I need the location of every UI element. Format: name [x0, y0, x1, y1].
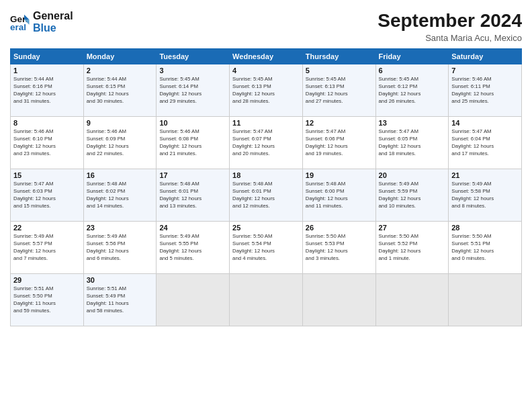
header-saturday: Saturday [449, 49, 522, 64]
day-number: 2 [87, 66, 154, 75]
day-info: Sunrise: 5:48 AMSunset: 6:01 PMDaylight:… [232, 181, 300, 210]
day-number: 8 [13, 119, 81, 127]
day-number: 22 [13, 224, 81, 232]
day-info: Sunrise: 5:44 AMSunset: 6:16 PMDaylight:… [13, 76, 81, 105]
table-row [230, 274, 303, 326]
header-tuesday: Tuesday [157, 49, 230, 64]
day-number: 21 [451, 171, 519, 179]
table-row: 10Sunrise: 5:46 AMSunset: 6:08 PMDayligh… [157, 117, 230, 169]
calendar-week-row: 22Sunrise: 5:49 AMSunset: 5:57 PMDayligh… [11, 222, 522, 274]
table-row: 24Sunrise: 5:49 AMSunset: 5:55 PMDayligh… [157, 222, 230, 274]
day-info: Sunrise: 5:44 AMSunset: 6:15 PMDaylight:… [87, 76, 154, 105]
calendar-week-row: 1Sunrise: 5:44 AMSunset: 6:16 PMDaylight… [11, 64, 522, 117]
table-row: 17Sunrise: 5:48 AMSunset: 6:01 PMDayligh… [157, 169, 230, 222]
calendar-week-row: 29Sunrise: 5:51 AMSunset: 5:50 PMDayligh… [11, 274, 522, 326]
table-row: 8Sunrise: 5:46 AMSunset: 6:10 PMDaylight… [11, 117, 84, 169]
table-row: 13Sunrise: 5:47 AMSunset: 6:05 PMDayligh… [375, 117, 449, 169]
table-row: 7Sunrise: 5:46 AMSunset: 6:11 PMDaylight… [449, 64, 522, 117]
day-number: 1 [13, 66, 81, 75]
day-info: Sunrise: 5:49 AMSunset: 5:56 PMDaylight:… [87, 233, 154, 263]
table-row [302, 274, 375, 326]
table-row: 25Sunrise: 5:50 AMSunset: 5:54 PMDayligh… [230, 222, 303, 274]
calendar-table: Sunday Monday Tuesday Wednesday Thursday… [10, 48, 522, 326]
day-info: Sunrise: 5:46 AMSunset: 6:09 PMDaylight:… [87, 128, 154, 158]
day-number: 23 [87, 224, 154, 232]
day-info: Sunrise: 5:49 AMSunset: 5:55 PMDaylight:… [159, 233, 226, 263]
table-row: 2Sunrise: 5:44 AMSunset: 6:15 PMDaylight… [83, 64, 157, 117]
table-row: 4Sunrise: 5:45 AMSunset: 6:13 PMDaylight… [230, 64, 303, 117]
table-row: 23Sunrise: 5:49 AMSunset: 5:56 PMDayligh… [83, 222, 157, 274]
day-number: 16 [87, 171, 154, 179]
day-number: 18 [232, 171, 300, 179]
day-number: 4 [232, 66, 300, 75]
table-row: 29Sunrise: 5:51 AMSunset: 5:50 PMDayligh… [11, 274, 84, 326]
day-info: Sunrise: 5:50 AMSunset: 5:53 PMDaylight:… [306, 233, 373, 263]
day-info: Sunrise: 5:45 AMSunset: 6:13 PMDaylight:… [232, 76, 300, 105]
table-row: 22Sunrise: 5:49 AMSunset: 5:57 PMDayligh… [11, 222, 84, 274]
day-number: 14 [451, 119, 519, 127]
table-row: 6Sunrise: 5:45 AMSunset: 6:12 PMDaylight… [375, 64, 449, 117]
logo: Gen eral General Blue [10, 10, 73, 34]
calendar-week-row: 8Sunrise: 5:46 AMSunset: 6:10 PMDaylight… [11, 117, 522, 169]
calendar-week-row: 15Sunrise: 5:47 AMSunset: 6:03 PMDayligh… [11, 169, 522, 222]
day-info: Sunrise: 5:50 AMSunset: 5:51 PMDaylight:… [451, 233, 519, 263]
table-row: 20Sunrise: 5:49 AMSunset: 5:59 PMDayligh… [375, 169, 449, 222]
table-row: 12Sunrise: 5:47 AMSunset: 6:06 PMDayligh… [302, 117, 375, 169]
table-row: 14Sunrise: 5:47 AMSunset: 6:04 PMDayligh… [449, 117, 522, 169]
table-row [375, 274, 449, 326]
table-row: 27Sunrise: 5:50 AMSunset: 5:52 PMDayligh… [375, 222, 449, 274]
day-number: 9 [87, 119, 154, 127]
day-number: 10 [159, 119, 226, 127]
day-number: 12 [306, 119, 373, 127]
table-row: 11Sunrise: 5:47 AMSunset: 6:07 PMDayligh… [230, 117, 303, 169]
day-number: 15 [13, 171, 81, 179]
day-number: 28 [451, 224, 519, 232]
table-row: 19Sunrise: 5:48 AMSunset: 6:00 PMDayligh… [302, 169, 375, 222]
day-info: Sunrise: 5:49 AMSunset: 5:59 PMDaylight:… [379, 181, 446, 210]
day-number: 26 [306, 224, 373, 232]
table-row [157, 274, 230, 326]
day-info: Sunrise: 5:50 AMSunset: 5:52 PMDaylight:… [379, 233, 446, 263]
table-row: 9Sunrise: 5:46 AMSunset: 6:09 PMDaylight… [83, 117, 157, 169]
day-number: 25 [232, 224, 300, 232]
day-info: Sunrise: 5:46 AMSunset: 6:10 PMDaylight:… [13, 128, 81, 158]
day-info: Sunrise: 5:46 AMSunset: 6:11 PMDaylight:… [451, 76, 519, 105]
header-monday: Monday [83, 49, 157, 64]
day-info: Sunrise: 5:49 AMSunset: 5:57 PMDaylight:… [13, 233, 81, 263]
day-number: 20 [379, 171, 446, 179]
title-area: September 2024 Santa Maria Acu, Mexico [378, 10, 522, 43]
day-info: Sunrise: 5:47 AMSunset: 6:05 PMDaylight:… [379, 128, 446, 158]
table-row: 15Sunrise: 5:47 AMSunset: 6:03 PMDayligh… [11, 169, 84, 222]
day-info: Sunrise: 5:49 AMSunset: 5:58 PMDaylight:… [451, 181, 519, 210]
day-info: Sunrise: 5:47 AMSunset: 6:06 PMDaylight:… [306, 128, 373, 158]
day-info: Sunrise: 5:47 AMSunset: 6:03 PMDaylight:… [13, 181, 81, 210]
day-info: Sunrise: 5:47 AMSunset: 6:04 PMDaylight:… [451, 128, 519, 158]
day-info: Sunrise: 5:50 AMSunset: 5:54 PMDaylight:… [232, 233, 300, 263]
day-number: 3 [159, 66, 226, 75]
table-row: 30Sunrise: 5:51 AMSunset: 5:49 PMDayligh… [83, 274, 157, 326]
day-number: 29 [13, 276, 81, 284]
calendar-header-row: Sunday Monday Tuesday Wednesday Thursday… [11, 49, 522, 64]
day-number: 24 [159, 224, 226, 232]
header-friday: Friday [375, 49, 449, 64]
day-info: Sunrise: 5:45 AMSunset: 6:12 PMDaylight:… [379, 76, 446, 105]
day-info: Sunrise: 5:47 AMSunset: 6:07 PMDaylight:… [232, 128, 300, 158]
day-info: Sunrise: 5:51 AMSunset: 5:50 PMDaylight:… [13, 285, 81, 315]
day-info: Sunrise: 5:45 AMSunset: 6:13 PMDaylight:… [306, 76, 373, 105]
header-thursday: Thursday [302, 49, 375, 64]
table-row: 5Sunrise: 5:45 AMSunset: 6:13 PMDaylight… [302, 64, 375, 117]
table-row: 18Sunrise: 5:48 AMSunset: 6:01 PMDayligh… [230, 169, 303, 222]
day-info: Sunrise: 5:48 AMSunset: 6:00 PMDaylight:… [306, 181, 373, 210]
day-info: Sunrise: 5:45 AMSunset: 6:14 PMDaylight:… [159, 76, 226, 105]
day-number: 19 [306, 171, 373, 179]
svg-text:eral: eral [10, 22, 26, 32]
table-row: 28Sunrise: 5:50 AMSunset: 5:51 PMDayligh… [449, 222, 522, 274]
day-info: Sunrise: 5:46 AMSunset: 6:08 PMDaylight:… [159, 128, 226, 158]
location: Santa Maria Acu, Mexico [378, 33, 522, 43]
day-number: 13 [379, 119, 446, 127]
header-wednesday: Wednesday [230, 49, 303, 64]
table-row: 21Sunrise: 5:49 AMSunset: 5:58 PMDayligh… [449, 169, 522, 222]
table-row: 3Sunrise: 5:45 AMSunset: 6:14 PMDaylight… [157, 64, 230, 117]
table-row: 16Sunrise: 5:48 AMSunset: 6:02 PMDayligh… [83, 169, 157, 222]
day-number: 6 [379, 66, 446, 75]
